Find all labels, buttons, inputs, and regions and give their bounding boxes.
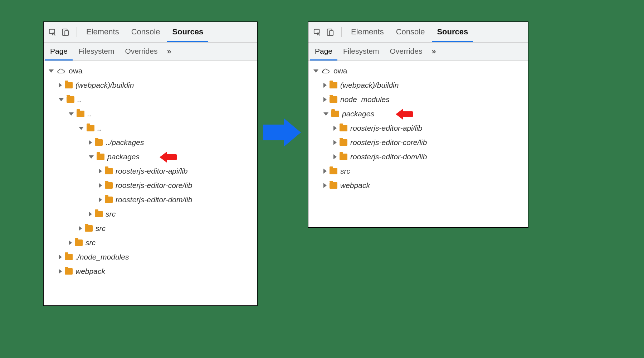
sources-sub-tab-bar: Page Filesystem Overrides »: [44, 43, 257, 61]
folder-icon: [105, 182, 113, 189]
subtab-overrides[interactable]: Overrides: [120, 43, 162, 61]
folder-icon: [67, 96, 74, 103]
tree-item-webpack-buildin[interactable]: (webpack)/buildin: [45, 78, 255, 92]
tree-item-rooster-dom[interactable]: roosterjs-editor-dom/lib: [45, 193, 255, 207]
folder-icon: [95, 139, 103, 146]
tree-item-src[interactable]: src: [310, 164, 526, 178]
folder-icon: [87, 125, 94, 131]
tree-label: ..: [77, 95, 82, 104]
subtab-page[interactable]: Page: [310, 43, 337, 61]
tab-console-label: Console: [396, 27, 425, 37]
tree-label: packages: [342, 110, 374, 118]
folder-icon: [65, 268, 73, 275]
chevron-down-icon: [49, 69, 54, 73]
chevron-down-icon: [79, 127, 84, 130]
tree-label: ..: [97, 124, 102, 132]
tree-label: roosterjs-editor-core/lib: [350, 138, 427, 147]
tree-label: roosterjs-editor-dom/lib: [116, 195, 192, 204]
chevron-right-icon: [333, 154, 337, 159]
top-tab-bar: Elements Console Sources: [44, 22, 257, 43]
chevron-down-icon: [69, 112, 74, 116]
chevron-right-icon: [59, 255, 62, 260]
tab-elements[interactable]: Elements: [81, 22, 124, 42]
tree-item-rooster-api[interactable]: roosterjs-editor-api/lib: [310, 121, 526, 135]
top-tab-bar: Elements Console Sources: [308, 22, 528, 43]
subtab-page-label: Page: [315, 47, 332, 55]
tab-elements[interactable]: Elements: [346, 22, 389, 42]
tree-item-src-d2[interactable]: src: [45, 236, 255, 250]
tree-item-packages[interactable]: packages: [310, 107, 526, 121]
separator: [77, 27, 77, 37]
folder-icon: [340, 125, 347, 131]
tab-sources-label: Sources: [437, 27, 468, 37]
inspect-element-icon[interactable]: [313, 28, 322, 36]
chevron-right-icon: [99, 197, 102, 202]
transition-arrow-icon: [263, 118, 302, 147]
chevron-right-icon: [89, 140, 92, 145]
folder-icon: [340, 154, 347, 160]
svg-rect-2: [65, 30, 68, 35]
chevron-down-icon: [89, 155, 94, 159]
chevron-right-icon: [79, 226, 82, 231]
tab-sources-label: Sources: [172, 27, 203, 37]
tree-item-rooster-api[interactable]: roosterjs-editor-api/lib: [45, 164, 255, 178]
tree-item-rooster-core[interactable]: roosterjs-editor-core/lib: [310, 135, 526, 150]
folder-icon: [331, 111, 339, 117]
tree-item-node-modules[interactable]: node_modules: [310, 92, 526, 107]
tree-item-parent3[interactable]: ..: [45, 121, 255, 135]
folder-icon: [105, 168, 113, 174]
tree-label: (webpack)/buildin: [340, 81, 399, 90]
devtools-panel-before: Elements Console Sources Page Filesystem…: [43, 21, 258, 306]
tree-label: webpack: [75, 267, 105, 276]
tab-sources[interactable]: Sources: [432, 22, 473, 42]
tree-item-node-modules[interactable]: ./node_modules: [45, 250, 255, 264]
more-tabs-chevron-icon[interactable]: »: [163, 47, 175, 56]
more-tabs-chevron-icon[interactable]: »: [428, 47, 439, 56]
tab-console[interactable]: Console: [391, 22, 430, 42]
tab-console[interactable]: Console: [126, 22, 165, 42]
tree-label: owa: [69, 67, 83, 75]
tree-item-rooster-core[interactable]: roosterjs-editor-core/lib: [45, 178, 255, 193]
device-toggle-icon[interactable]: [326, 28, 335, 36]
tree-label: packages: [107, 153, 140, 161]
tree-item-webpack[interactable]: webpack: [45, 264, 255, 279]
subtab-overrides-label: Overrides: [125, 47, 157, 55]
tree-item-dot-packages[interactable]: ../packages: [45, 135, 255, 150]
svg-rect-5: [330, 30, 333, 35]
tree-item-rooster-dom[interactable]: roosterjs-editor-dom/lib: [310, 150, 526, 164]
inspect-element-icon[interactable]: [48, 28, 57, 36]
tree-label: src: [340, 167, 350, 175]
tree-item-src-d4[interactable]: src: [45, 207, 255, 221]
subtab-overrides[interactable]: Overrides: [385, 43, 427, 61]
tree-item-webpack[interactable]: webpack: [310, 178, 526, 193]
tab-sources[interactable]: Sources: [167, 22, 208, 42]
tree-item-packages[interactable]: packages: [45, 150, 255, 164]
subtab-filesystem[interactable]: Filesystem: [338, 43, 384, 61]
subtab-page-label: Page: [50, 47, 68, 55]
subtab-overrides-label: Overrides: [390, 47, 422, 55]
tree-item-src-d3[interactable]: src: [45, 221, 255, 236]
tree-label: node_modules: [340, 95, 390, 104]
folder-icon: [77, 111, 84, 117]
folder-icon: [330, 96, 337, 103]
tree-root-owa[interactable]: owa: [45, 64, 255, 78]
subtab-filesystem[interactable]: Filesystem: [73, 43, 119, 61]
chevron-right-icon: [99, 169, 102, 174]
folder-icon: [330, 182, 337, 189]
tree-root-owa[interactable]: owa: [310, 64, 526, 78]
tree-label: src: [86, 238, 96, 247]
cloud-icon: [321, 67, 331, 74]
separator: [341, 27, 342, 37]
tab-elements-label: Elements: [351, 27, 384, 37]
subtab-page[interactable]: Page: [45, 43, 73, 61]
tab-elements-label: Elements: [86, 27, 119, 37]
annotation-red-arrow-icon: [160, 151, 179, 163]
folder-icon: [97, 154, 104, 160]
tree-item-webpack-buildin[interactable]: (webpack)/buildin: [310, 78, 526, 92]
tree-item-parent1[interactable]: ..: [45, 92, 255, 107]
file-tree-before: owa (webpack)/buildin .. .. ..: [44, 61, 257, 305]
chevron-right-icon: [323, 83, 327, 88]
tree-label: ../packages: [106, 138, 144, 147]
device-toggle-icon[interactable]: [61, 28, 70, 36]
tree-item-parent2[interactable]: ..: [45, 107, 255, 121]
